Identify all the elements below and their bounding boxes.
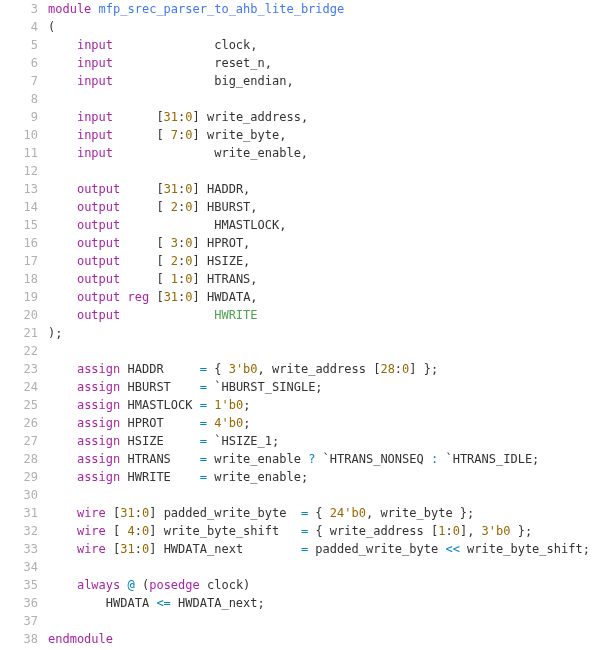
code-token: ( [48,20,55,34]
code-line[interactable]: output HMASTLOCK, [48,216,605,234]
code-line[interactable]: assign HTRANS = write_enable ? `HTRANS_N… [48,450,605,468]
code-token: 4'b0 [214,416,243,430]
code-line[interactable]: endmodule [48,630,605,648]
line-number: 29 [0,468,38,486]
code-line[interactable] [48,342,605,360]
code-token: 3'b0 [229,362,258,376]
code-token: ] }; [409,362,438,376]
code-line[interactable]: input write_enable, [48,144,605,162]
code-line[interactable] [48,486,605,504]
code-token: HADDR [120,362,199,376]
code-token: 0 [185,128,192,142]
code-line[interactable]: output [ 1:0] HTRANS, [48,270,605,288]
code-token: [ [149,290,163,304]
code-token: 0 [185,200,192,214]
code-token: { write_address [ [308,524,438,538]
code-token: [ [113,110,164,124]
code-line[interactable]: wire [ 4:0] write_byte_shift = { write_a… [48,522,605,540]
code-line[interactable]: wire [31:0] HWDATA_next = padded_write_b… [48,540,605,558]
code-line[interactable]: assign HSIZE = `HSIZE_1; [48,432,605,450]
line-number: 25 [0,396,38,414]
code-token: assign [77,416,120,430]
line-number: 17 [0,252,38,270]
code-token: { [207,362,229,376]
code-token: <= [156,596,170,610]
line-number: 21 [0,324,38,342]
code-token [48,128,77,142]
code-token: 0 [185,290,192,304]
code-line[interactable]: input clock, [48,36,605,54]
code-token: input [77,56,113,70]
code-line[interactable]: output HWRITE [48,306,605,324]
code-token [48,380,77,394]
code-line[interactable]: output [ 3:0] HPROT, [48,234,605,252]
code-token: wire [77,506,106,520]
code-token: [ [120,182,163,196]
line-number: 32 [0,522,38,540]
line-number: 33 [0,540,38,558]
code-token: 31 [120,506,134,520]
code-token: = [200,434,207,448]
code-token: ] HWDATA, [193,290,258,304]
code-token: << [445,542,459,556]
code-token: HWRITE [120,470,199,484]
code-token [48,56,77,70]
code-token [48,110,77,124]
code-token: = [200,362,207,376]
code-token: module [48,2,91,16]
code-token: [ [120,200,171,214]
code-line[interactable]: output reg [31:0] HWDATA, [48,288,605,306]
code-editor: 3456789101112131415161718192021222324252… [0,0,605,648]
line-number: 8 [0,90,38,108]
code-line[interactable]: assign HWRITE = write_enable; [48,468,605,486]
code-line[interactable]: assign HMASTLOCK = 1'b0; [48,396,605,414]
code-token: assign [77,398,120,412]
code-token: wire [77,524,106,538]
code-line[interactable] [48,162,605,180]
code-line[interactable] [48,612,605,630]
code-token [120,290,127,304]
code-token: [ [120,254,171,268]
line-number: 27 [0,432,38,450]
code-line[interactable]: input [31:0] write_address, [48,108,605,126]
code-line[interactable]: ( [48,18,605,36]
code-token: { [308,506,330,520]
code-token [48,542,77,556]
code-token: 7 [171,128,178,142]
code-token: HPROT [120,416,199,430]
code-line[interactable] [48,558,605,576]
code-line[interactable]: module mfp_srec_parser_to_ahb_lite_bridg… [48,0,605,18]
code-token: ] HWDATA_next [149,542,301,556]
code-line[interactable]: always @ (posedge clock) [48,576,605,594]
code-line[interactable]: ); [48,324,605,342]
code-token: = [200,398,207,412]
code-line[interactable]: wire [31:0] padded_write_byte = { 24'b0,… [48,504,605,522]
line-number: 34 [0,558,38,576]
code-line[interactable]: assign HPROT = 4'b0; [48,414,605,432]
code-token [48,578,77,592]
code-line[interactable]: assign HBURST = `HBURST_SINGLE; [48,378,605,396]
code-token: clock) [200,578,251,592]
code-line[interactable]: input reset_n, [48,54,605,72]
code-token: : [135,524,142,538]
code-line[interactable]: input [ 7:0] write_byte, [48,126,605,144]
code-token: ( [135,578,149,592]
code-token: = [200,416,207,430]
code-line[interactable]: output [ 2:0] HSIZE, [48,252,605,270]
code-line[interactable]: assign HADDR = { 3'b0, write_address [28… [48,360,605,378]
code-token: big_endian, [113,74,294,88]
line-number: 26 [0,414,38,432]
code-token: 24'b0 [330,506,366,520]
code-line[interactable]: output [31:0] HADDR, [48,180,605,198]
code-line[interactable]: output [ 2:0] HBURST, [48,198,605,216]
line-number-gutter: 3456789101112131415161718192021222324252… [0,0,48,648]
line-number: 14 [0,198,38,216]
line-number: 12 [0,162,38,180]
code-line[interactable]: input big_endian, [48,72,605,90]
code-line[interactable] [48,90,605,108]
code-token: 3'b0 [482,524,511,538]
code-line[interactable]: HWDATA <= HWDATA_next; [48,594,605,612]
code-token [48,236,77,250]
code-token: 31 [120,542,134,556]
code-content[interactable]: module mfp_srec_parser_to_ahb_lite_bridg… [48,0,605,648]
